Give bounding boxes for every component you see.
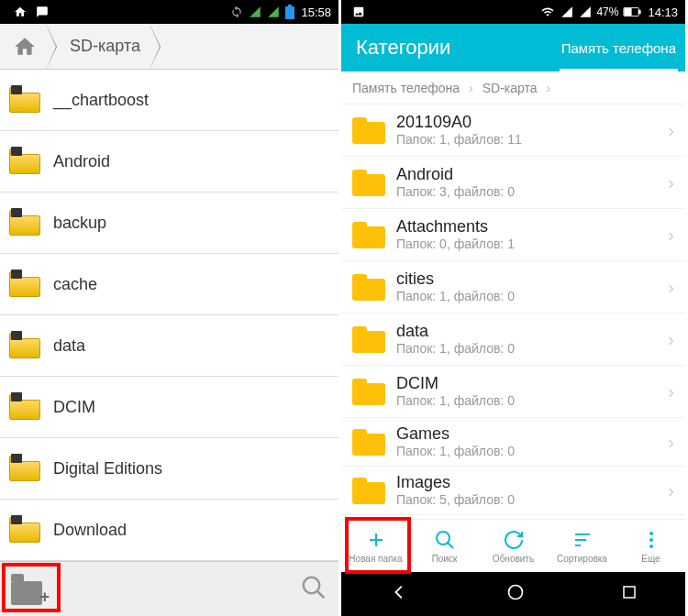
search-button[interactable] — [300, 574, 327, 605]
folder-item[interactable]: __chartboost — [0, 70, 338, 131]
signal-icon-2 — [267, 6, 280, 18]
folder-icon — [9, 456, 40, 481]
search-icon — [434, 528, 456, 552]
sort-icon — [571, 528, 594, 552]
folder-name: Images — [396, 473, 668, 493]
status-time: 15:58 — [301, 6, 331, 19]
folder-icon — [352, 325, 385, 353]
folder-subtitle: Папок: 1, файлов: 0 — [396, 341, 668, 357]
svg-point-15 — [649, 538, 653, 542]
folder-subtitle: Папок: 3, файлов: 0 — [396, 184, 668, 200]
folder-name: cache — [53, 275, 97, 294]
folder-name: cities — [396, 270, 668, 290]
folder-item[interactable]: Digital Editions — [0, 438, 338, 500]
battery-icon — [623, 6, 641, 17]
folder-name: Android — [53, 152, 110, 171]
svg-point-16 — [649, 544, 653, 548]
header-title: Категории — [341, 36, 552, 60]
folder-item[interactable]: DCIM — [0, 377, 338, 438]
nav-home-button[interactable] — [506, 583, 525, 605]
folder-name: DCIM — [396, 374, 668, 394]
folder-item[interactable]: backup — [0, 192, 338, 254]
chevron-right-icon: › — [668, 277, 674, 298]
breadcrumb-current[interactable]: SD-карта — [483, 81, 538, 95]
add-folder-button[interactable]: + — [11, 574, 48, 605]
nav-bar-right — [341, 572, 685, 616]
folder-subtitle: Папок: 0, файлов: 1 — [396, 236, 668, 252]
more-button[interactable]: Еще — [616, 520, 685, 572]
signal-icon — [560, 6, 573, 18]
folder-icon — [352, 477, 385, 504]
folder-item[interactable]: Games Папок: 1, файлов: 0 › — [341, 418, 685, 467]
folder-name: backup — [53, 214, 106, 233]
folder-name: 201109A0 — [396, 113, 668, 133]
folder-name: Games — [396, 424, 668, 445]
header-right: Категории Память телефона — [341, 24, 685, 72]
wifi-icon — [540, 6, 555, 18]
folder-name: Android — [396, 165, 668, 185]
folder-item[interactable]: Attachments Папок: 0, файлов: 1 › — [341, 209, 685, 261]
folder-icon — [9, 271, 40, 297]
home-status-icon — [14, 6, 27, 18]
folder-icon — [352, 273, 385, 301]
status-bar-left: 15:58 — [0, 0, 338, 24]
folder-item[interactable]: data — [0, 315, 338, 377]
battery-percent: 47% — [596, 6, 618, 18]
svg-point-14 — [649, 532, 653, 535]
battery-icon — [285, 5, 294, 19]
folder-item[interactable]: Android — [0, 131, 338, 192]
folder-icon — [352, 116, 385, 144]
svg-line-10 — [448, 543, 453, 548]
folder-name: Attachments — [396, 217, 668, 237]
refresh-icon — [503, 528, 525, 552]
chevron-right-icon: › — [668, 120, 674, 141]
folder-icon — [352, 378, 385, 405]
breadcrumb-home[interactable] — [0, 24, 46, 69]
folder-subtitle: Папок: 1, файлов: 11 — [396, 132, 668, 148]
breadcrumb-sdcard[interactable]: SD-карта — [57, 24, 150, 69]
folder-subtitle: Папок: 1, файлов: 0 — [396, 393, 668, 409]
breadcrumb-arrow-icon — [46, 24, 57, 70]
folder-list-right[interactable]: 201109A0 Папок: 1, файлов: 11 › Android … — [341, 104, 685, 519]
bottom-bar-left: + — [0, 561, 338, 616]
folder-icon — [352, 428, 385, 456]
folder-icon — [9, 148, 40, 174]
tab-phone-memory[interactable]: Память телефона — [552, 24, 685, 72]
folder-item[interactable]: Images Папок: 5, файлов: 0 › — [341, 467, 685, 515]
more-icon — [640, 528, 662, 552]
svg-rect-6 — [625, 8, 631, 15]
folder-subtitle: Папок: 5, файлов: 0 — [396, 492, 668, 508]
folder-name: Digital Editions — [53, 459, 162, 478]
folder-item[interactable]: cache — [0, 254, 338, 315]
message-status-icon — [36, 6, 49, 18]
folder-subtitle: Папок: 1, файлов: 0 — [396, 289, 668, 304]
folder-item[interactable]: data Папок: 1, файлов: 0 › — [341, 314, 685, 366]
folder-icon — [9, 394, 40, 420]
search-button[interactable]: Поиск — [410, 520, 479, 572]
folder-item[interactable]: cities Папок: 1, файлов: 0 › — [341, 261, 685, 314]
folder-item[interactable]: 201109A0 Папок: 1, файлов: 11 › — [341, 104, 685, 157]
nav-back-button[interactable] — [390, 582, 410, 606]
signal-icon-1 — [249, 6, 261, 18]
toolbar-right: Новая папка Поиск Обновить Сортировка — [341, 519, 685, 572]
chevron-right-icon: › — [668, 480, 674, 501]
image-status-icon — [352, 6, 365, 18]
folder-item[interactable]: Download — [0, 500, 338, 561]
sort-button[interactable]: Сортировка — [548, 520, 616, 572]
folder-list-left[interactable]: __chartboost Android backup cache data — [0, 70, 338, 561]
folder-icon — [9, 87, 40, 113]
screen-right-file-manager: 47% 14:13 Категории Память телефона Памя… — [341, 0, 685, 616]
folder-item[interactable]: DCIM Папок: 1, файлов: 0 › — [341, 366, 685, 418]
refresh-button[interactable]: Обновить — [479, 520, 548, 572]
nav-recent-button[interactable] — [621, 584, 638, 604]
folder-icon — [9, 517, 40, 543]
breadcrumb-arrow-icon — [150, 24, 161, 70]
breadcrumb-root[interactable]: Память телефона — [352, 81, 460, 95]
new-folder-button[interactable]: Новая папка — [341, 520, 410, 572]
folder-item[interactable]: Android Папок: 3, файлов: 0 › — [341, 157, 685, 209]
svg-rect-5 — [639, 10, 641, 14]
screen-left-file-manager: 15:58 SD-карта __chartboost Android — [0, 0, 341, 616]
signal-icon-2 — [579, 6, 592, 18]
folder-icon — [9, 333, 40, 358]
folder-name: data — [53, 336, 85, 356]
